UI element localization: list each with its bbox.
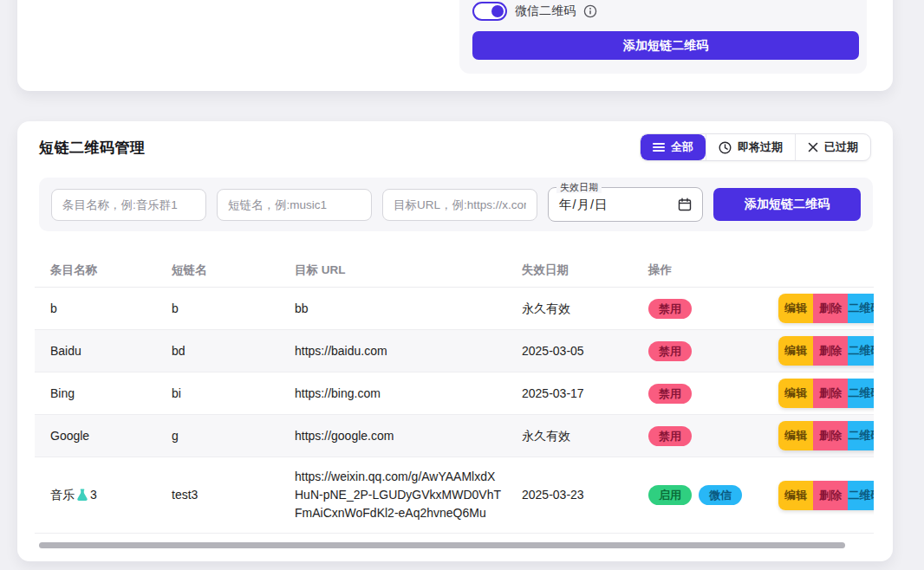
cell-status: 禁用 — [641, 288, 778, 329]
col-header-actions: 操作 — [641, 251, 778, 289]
qrcode-button[interactable]: 二维码 — [848, 421, 874, 450]
cell-actions: 编辑 删除 二维码 — [778, 481, 874, 510]
status-badge[interactable]: 禁用 — [648, 341, 692, 361]
qrcode-button[interactable]: 二维码 — [848, 379, 874, 408]
cell-url: https://baidu.com — [277, 332, 511, 371]
target-url-input[interactable] — [382, 189, 537, 221]
col-header-name: 条目名称 — [35, 251, 156, 289]
filter-tab-label: 即将过期 — [738, 139, 783, 155]
add-shortlink-qr-button[interactable]: 添加短链二维码 — [713, 188, 861, 221]
cell-actions: 编辑 删除 二维码 — [778, 379, 874, 408]
cell-expiry: 2025-03-23 — [520, 476, 641, 515]
cell-url: https://bing.com — [277, 374, 511, 413]
cell-name: Bing — [35, 374, 156, 413]
table-row: Bing bi https://bing.com 2025-03-17 禁用 编… — [35, 372, 874, 415]
edit-button[interactable]: 编辑 — [778, 294, 813, 323]
qrcode-button[interactable]: 二维码 — [848, 336, 874, 366]
row-action-buttons: 编辑 删除 二维码 — [778, 481, 874, 510]
delete-button[interactable]: 删除 — [813, 421, 848, 450]
cell-expiry: 永久有效 — [520, 417, 641, 456]
cell-slug: g — [156, 417, 277, 456]
horizontal-scrollbar[interactable] — [39, 542, 845, 548]
delete-button[interactable]: 删除 — [813, 481, 848, 510]
table-header-row: 条目名称 短链名 目标 URL 失效日期 操作 — [35, 251, 874, 288]
qrcode-button[interactable]: 二维码 — [848, 481, 874, 510]
cell-url: https://google.com — [277, 417, 511, 456]
cell-name: Baidu — [35, 332, 156, 371]
delete-button[interactable]: 删除 — [813, 336, 848, 366]
status-badge[interactable]: 启用 — [648, 485, 692, 505]
filter-tab-expired[interactable]: 已过期 — [795, 134, 870, 160]
x-icon — [808, 142, 818, 152]
cell-actions: 编辑 删除 二维码 — [778, 294, 874, 323]
table-row: b b bb 永久有效 禁用 编辑 删除 二维码 — [35, 288, 874, 330]
wechat-tag-badge: 微信 — [699, 485, 742, 505]
expiry-date-value: 年/月/日 — [559, 197, 678, 213]
cell-slug: bd — [156, 332, 277, 371]
cell-name: 音乐 3 — [35, 476, 156, 515]
row-action-buttons: 编辑 删除 二维码 — [778, 294, 874, 323]
cell-slug: test3 — [156, 476, 277, 515]
expiry-date-label: 失效日期 — [556, 181, 602, 193]
calendar-icon[interactable] — [678, 198, 692, 211]
info-icon[interactable] — [583, 4, 597, 18]
wechat-qr-panel: 微信二维码 添加短链二维码 — [459, 0, 867, 74]
col-header-url: 目标 URL — [277, 251, 511, 289]
edit-button[interactable]: 编辑 — [778, 379, 813, 408]
entry-name-suffix: 3 — [90, 486, 97, 504]
filter-tab-expiring[interactable]: 即将过期 — [706, 134, 795, 160]
entry-name-text: 音乐 — [50, 486, 75, 504]
status-badge[interactable]: 禁用 — [648, 426, 692, 446]
filter-tab-all[interactable]: 全部 — [641, 134, 706, 160]
cell-name: b — [35, 289, 156, 328]
cell-expiry: 2025-03-17 — [520, 374, 641, 413]
manager-header: 短链二维码管理 全部 即将过期 — [39, 133, 871, 162]
edit-button[interactable]: 编辑 — [778, 421, 813, 450]
cell-status: 禁用 — [641, 416, 778, 457]
search-filter-bar: 失效日期 年/月/日 添加短链二维码 — [39, 178, 873, 231]
cell-slug: b — [156, 289, 277, 328]
filter-tab-label: 全部 — [671, 139, 693, 155]
row-action-buttons: 编辑 删除 二维码 — [778, 421, 874, 450]
cell-actions: 编辑 删除 二维码 — [778, 336, 874, 366]
col-header-expiry: 失效日期 — [520, 251, 641, 289]
edit-button[interactable]: 编辑 — [778, 481, 813, 510]
toggle-knob — [491, 5, 504, 17]
delete-button[interactable]: 删除 — [813, 379, 848, 408]
cell-actions: 编辑 删除 二维码 — [778, 421, 874, 450]
qr-form-card: 微信二维码 添加短链二维码 — [17, 0, 893, 91]
page-title: 短链二维码管理 — [39, 138, 146, 158]
clock-icon — [719, 141, 732, 154]
status-badge[interactable]: 禁用 — [648, 384, 692, 404]
wechat-toggle-label: 微信二维码 — [515, 3, 576, 19]
qrcode-button[interactable]: 二维码 — [848, 294, 874, 323]
entry-name-input[interactable] — [51, 189, 206, 221]
expiry-date-field[interactable]: 失效日期 年/月/日 — [548, 187, 703, 222]
cell-status: 禁用 — [641, 373, 778, 414]
table-row: Google g https://google.com 永久有效 禁用 编辑 删… — [35, 415, 874, 457]
delete-button[interactable]: 删除 — [813, 294, 848, 323]
cell-status: 禁用 — [641, 331, 778, 372]
wechat-qr-toggle[interactable] — [472, 2, 507, 21]
flask-icon — [76, 489, 88, 502]
status-badge[interactable]: 禁用 — [648, 299, 692, 319]
cell-expiry: 2025-03-05 — [520, 332, 641, 371]
cell-slug: bi — [156, 374, 277, 413]
cell-status: 启用 微信 — [641, 475, 778, 515]
list-icon — [653, 142, 665, 152]
edit-button[interactable]: 编辑 — [778, 336, 813, 366]
cell-expiry: 永久有效 — [520, 289, 641, 328]
wechat-toggle-row: 微信二维码 — [472, 0, 597, 23]
expiry-filter-tabs: 全部 即将过期 已过期 — [640, 133, 871, 161]
add-shortlink-qr-button-top[interactable]: 添加短链二维码 — [472, 31, 859, 60]
cell-url: bb — [277, 289, 511, 328]
row-action-buttons: 编辑 删除 二维码 — [778, 336, 874, 366]
cell-url: https://weixin.qq.com/g/AwYAAMlxdXHuN-pN… — [277, 457, 511, 533]
shortlink-manager-card: 短链二维码管理 全部 即将过期 — [17, 121, 893, 561]
slug-input[interactable] — [217, 189, 372, 221]
col-header-slug: 短链名 — [156, 251, 277, 289]
cell-name: Google — [35, 417, 156, 456]
filter-tab-label: 已过期 — [824, 139, 858, 155]
shortlink-table: 条目名称 短链名 目标 URL 失效日期 操作 b b bb 永久有效 禁用 编… — [35, 251, 874, 534]
table-row: 音乐 3 test3 https://weixin.qq.com/g/AwYAA… — [35, 457, 874, 534]
